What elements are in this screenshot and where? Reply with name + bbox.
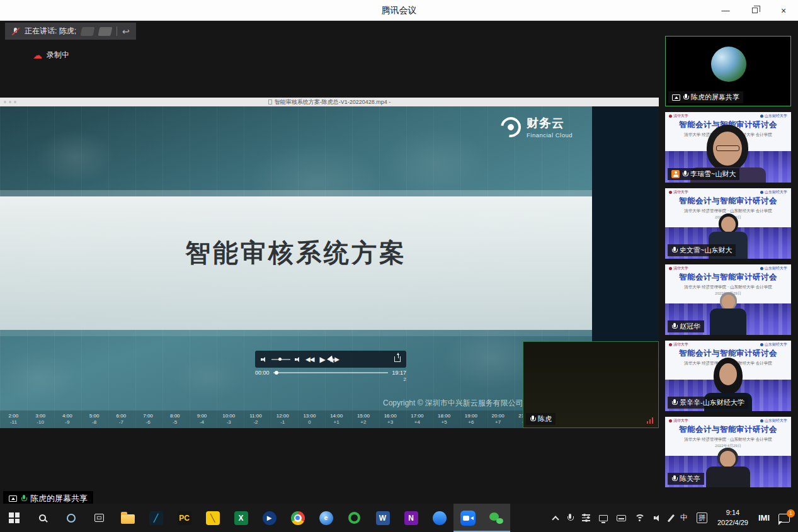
task-view-button[interactable]	[85, 504, 113, 532]
participant-thumbnail[interactable]: 清华大学 山东财经大学 智能会计与智能审计研讨会 清华大学 经济管理学院 · 山…	[665, 264, 791, 335]
action-center-button[interactable]: 1	[774, 504, 794, 532]
mic-icon	[671, 475, 677, 483]
screen-share-icon	[9, 495, 17, 502]
taskbar-clock[interactable]: 9:14 2022/4/29	[712, 508, 754, 528]
tray-keyboard[interactable]	[612, 504, 630, 532]
stylus-icon	[667, 514, 674, 521]
share-icon[interactable]	[394, 356, 401, 362]
taskbar-app-pc-app[interactable]: PC	[170, 504, 198, 532]
financial-cloud-icon	[497, 113, 525, 141]
taskbar-app-excel[interactable]: X	[227, 504, 255, 532]
participant-name: 李瑞雪~山财大	[690, 169, 736, 179]
video-file-name: 智能审核系统方案-陈虎总-V1-20220428.mp4 -	[275, 98, 391, 106]
notification-icon: 1	[778, 514, 790, 523]
volume-slider[interactable]	[271, 359, 290, 360]
mixer-icon	[582, 514, 590, 521]
display-icon	[599, 515, 608, 521]
taskbar-app-sticky-notes[interactable]: ╲	[198, 504, 227, 532]
taskbar-app-blue-browser[interactable]: e	[312, 504, 340, 532]
input-language-label: 中	[680, 512, 688, 523]
participant-name: 陈虎的屏幕共享	[691, 93, 739, 102]
participant-name-label: 陈虎的屏幕共享	[668, 91, 743, 103]
avatar	[711, 47, 746, 82]
speaker-avatar	[81, 27, 95, 36]
ime-logo[interactable]: IMI	[754, 504, 774, 532]
cortana-button[interactable]	[57, 504, 85, 532]
windows-taskbar: ╱PC╲X▶eWN 中 拼 9:14 2022/4/29 IMI 1	[0, 504, 798, 532]
hidden-icons-button[interactable]	[549, 504, 562, 532]
taskbar-app-blue-circle-app[interactable]	[425, 504, 453, 532]
seek-handle[interactable]	[275, 371, 278, 375]
screen-share-icon	[672, 94, 680, 101]
presenter-webcam-overlay[interactable]: 陈虎	[523, 341, 659, 428]
input-method[interactable]: 拼	[692, 504, 712, 532]
start-button[interactable]	[0, 504, 28, 532]
tray-pen[interactable]	[666, 504, 676, 532]
participant-name-label: 李瑞雪~山财大	[668, 168, 739, 180]
task-view-icon	[94, 514, 104, 522]
timezone-cell: 6:00-7	[108, 410, 135, 428]
cortana-icon	[67, 514, 76, 523]
restore-button[interactable]	[740, 0, 769, 21]
tray-network[interactable]	[630, 504, 649, 532]
participant-name-label: 陈关亭	[668, 473, 704, 485]
timezone-cell: 2:00-11	[0, 410, 27, 428]
play-button[interactable]: ▶	[319, 356, 324, 363]
video-timeline[interactable]: 00:00 19:172	[255, 370, 406, 376]
taskbar-app-tencent-meeting[interactable]	[453, 504, 482, 532]
participant-thumbnail[interactable]: 清华大学 山东财经大学 智能会计与智能审计研讨会 清华大学 经济管理学院 · 山…	[665, 341, 791, 411]
poster-title: 智能会计与智能审计研讨会	[665, 196, 791, 207]
participant-thumbnail[interactable]: 清华大学 山东财经大学 智能会计与智能审计研讨会 清华大学 经济管理学院 · 山…	[665, 188, 791, 259]
minimize-button[interactable]: —	[711, 0, 740, 21]
search-button[interactable]	[28, 504, 57, 532]
taskbar-app-navy-compass[interactable]: ▶	[255, 504, 283, 532]
timezone-cell: 16:00+3	[377, 410, 404, 428]
timezone-cell: 4:00-9	[54, 410, 81, 428]
close-button[interactable]: ×	[769, 0, 798, 21]
chrome-icon	[291, 511, 305, 525]
tsinghua-logo-icon	[669, 267, 672, 270]
timezone-cell: 9:00-4	[188, 410, 215, 428]
rewind-button[interactable]: ◀◀	[305, 356, 314, 363]
input-language[interactable]: 中	[676, 504, 692, 532]
taskbar-app-file-explorer[interactable]	[113, 504, 142, 532]
volume-icon[interactable]	[261, 356, 267, 363]
close-icon: ×	[781, 6, 786, 16]
tray-mixer[interactable]	[578, 504, 595, 532]
clock-date: 2022/4/29	[717, 518, 748, 528]
reply-arrow-icon[interactable]: ↩	[122, 27, 130, 36]
presentation-video[interactable]: 财务云 Financial Cloud 智能审核系统方案 ◀◀ ▶ ▶▶	[0, 106, 659, 428]
title-band: 智能审核系统方案	[0, 196, 592, 330]
system-tray: 中 拼 9:14 2022/4/29 IMI 1	[549, 504, 798, 532]
taskbar-app-onenote[interactable]: N	[397, 504, 425, 532]
tray-volume[interactable]	[649, 504, 666, 532]
timezone-cell: 20:00+7	[484, 410, 511, 428]
poster-subtitle: 清华大学 经济管理学院 · 山东财经大学 会计学院	[665, 285, 791, 290]
mic-icon	[21, 495, 26, 502]
taskbar-app-pen-tool[interactable]: ╱	[142, 504, 170, 532]
word-icon: W	[376, 511, 390, 525]
taskbar-app-chrome[interactable]	[283, 504, 312, 532]
org-left: 清华大学	[673, 114, 688, 118]
excel-icon: X	[234, 511, 248, 525]
timezone-cell: 7:00-6	[135, 410, 162, 428]
video-player-controls[interactable]: ◀◀ ▶ ▶▶	[255, 351, 406, 368]
taskbar-app-word[interactable]: W	[368, 504, 397, 532]
participant-name-label: 赵冠华	[668, 320, 704, 332]
participant-thumbnail[interactable]: 清华大学 山东财经大学 智能会计与智能审计研讨会 清华大学 经济管理学院 · 山…	[665, 112, 791, 183]
tray-display[interactable]	[595, 504, 612, 532]
participant-thumbnail-screen-share[interactable]: 陈虎的屏幕共享	[665, 36, 791, 106]
share-banner-label: 陈虎的屏幕共享	[30, 493, 88, 504]
mic-icon	[530, 416, 535, 423]
taskbar-app-green-ring-browser[interactable]	[340, 504, 368, 532]
participant-thumbnail[interactable]: 清华大学 山东财经大学 智能会计与智能审计研讨会 清华大学 经济管理学院 · 山…	[665, 417, 791, 487]
timezone-cell: 5:00-8	[81, 410, 108, 428]
speaker-avatar	[98, 27, 113, 36]
tray-microphone[interactable]	[562, 504, 578, 532]
tsinghua-logo-icon	[669, 115, 672, 118]
notification-badge: 1	[787, 509, 795, 518]
seek-bar[interactable]	[273, 372, 389, 373]
poster-subtitle: 清华大学 经济管理学院 · 山东财经大学 会计学院	[665, 437, 791, 443]
recording-cloud-icon: ☁	[33, 50, 42, 60]
taskbar-app-wechat[interactable]	[482, 504, 510, 532]
